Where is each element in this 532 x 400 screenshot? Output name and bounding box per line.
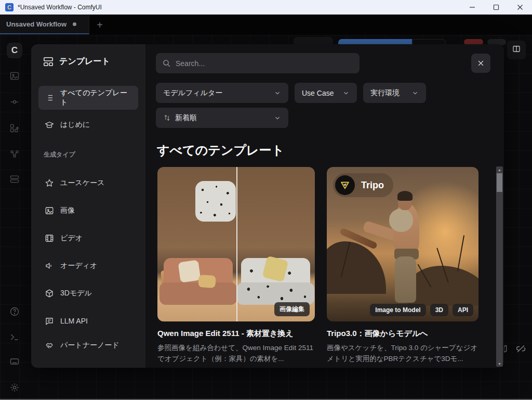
maximize-button[interactable] (484, 0, 508, 15)
sort-arrows-icon (163, 114, 171, 122)
template-sidebar-title: テンプレート (59, 56, 110, 67)
sidebar-item-use-cases[interactable]: ユースケース (38, 172, 138, 194)
template-sidebar-header: テンプレート (43, 56, 110, 67)
category-badge: API (453, 304, 473, 316)
template-thumbnail: 画像編集 (157, 167, 315, 321)
sidebar-item-llm-api[interactable]: LLM API (38, 310, 138, 332)
tripo-logo: Tripo (333, 173, 393, 197)
minimize-button[interactable] (460, 0, 484, 15)
left-sidebar-rail: C (0, 35, 29, 400)
image-icon (45, 206, 54, 215)
use-case-label: Use Case (302, 89, 334, 97)
sidebar-item-label: ビデオ (60, 234, 83, 243)
sidebar-item-all-templates[interactable]: すべてのテンプレート (38, 86, 138, 110)
settings-gear-icon[interactable] (9, 382, 20, 393)
template-card-qwen[interactable]: 画像編集 Qwen Image Edit 2511 - 素材置き換え 参照画像を… (157, 167, 315, 365)
sofa-scene-image (157, 167, 315, 321)
template-title: Qwen Image Edit 2511 - 素材置き換え (157, 329, 315, 339)
use-case-dropdown[interactable]: Use Case (295, 83, 357, 103)
toggle-links-icon[interactable] (516, 344, 526, 356)
template-description: 参照画像を組み合わせて、Qwen Image Edit 2511 でオブジェクト… (157, 343, 315, 365)
handshake-icon (45, 341, 54, 350)
comfyui-logo[interactable]: C (7, 43, 22, 58)
template-description: 画像やスケッチを、Tripo 3.0 のシャープなジオメトリと実用的なPBRテク… (327, 343, 478, 365)
workflow-tab-label: Unsaved Workflow (6, 20, 66, 28)
runtime-dropdown[interactable]: 実行環境 (363, 83, 426, 103)
comfyui-window: C *Unsaved Workflow - ComfyUI Unsaved Wo… (0, 0, 532, 400)
close-icon (477, 59, 485, 67)
sidebar-item-label: すべてのテンプレート (60, 88, 132, 107)
node-library-icon[interactable] (9, 122, 20, 134)
material-swatch (195, 181, 236, 222)
sidebar-item-partner-nodes[interactable]: パートナーノード (38, 334, 138, 356)
workflow-tab-active[interactable]: Unsaved Workflow (0, 15, 89, 34)
chevron-down-icon (274, 89, 281, 97)
sidebar-item-label: はじめに (60, 120, 90, 130)
category-badge: 3D (430, 304, 448, 316)
panel-toggle-button[interactable] (507, 41, 526, 59)
close-dialog-button[interactable] (471, 54, 490, 73)
tripo-logo-text: Tripo (361, 180, 384, 191)
sidebar-item-label: オーディオ (60, 261, 97, 270)
panel-toggle-icon (512, 44, 521, 56)
scroll-up-arrow[interactable]: ▲ (496, 166, 503, 173)
sidebar-item-label: 3Dモデル (60, 289, 92, 298)
terminal-icon[interactable] (9, 331, 20, 343)
sidebar-item-label: 画像 (60, 206, 75, 215)
templates-icon[interactable] (9, 173, 20, 185)
sidebar-item-label: パートナーノード (60, 341, 119, 350)
film-icon (45, 234, 54, 243)
template-sidebar: テンプレート すべてのテンプレート はじめに 生成タイプ ユースケース 画像 (31, 44, 145, 368)
speaker-icon (45, 261, 54, 270)
window-title: *Unsaved Workflow - ComfyUI (18, 4, 102, 11)
templates-scrollbar[interactable]: ▲ ▼ (496, 166, 503, 367)
workflow-tabbar: Unsaved Workflow + (0, 15, 532, 35)
star-icon (45, 178, 54, 188)
sidebar-item-label: LLM API (60, 317, 88, 325)
search-icon (162, 59, 171, 68)
category-badge: Image to Model (370, 304, 425, 316)
assets-icon[interactable] (9, 70, 20, 82)
workflows-icon[interactable] (9, 148, 20, 160)
tripo-logo-icon (335, 175, 355, 195)
help-icon[interactable] (9, 306, 20, 317)
scrollbar-thumb[interactable] (497, 173, 502, 192)
sidebar-item-video[interactable]: ビデオ (38, 227, 138, 249)
sidebar-section-label: 生成タイプ (44, 150, 75, 159)
graduation-cap-icon (45, 120, 54, 130)
cube-icon (45, 289, 54, 298)
close-window-button[interactable] (508, 0, 532, 15)
sidebar-item-audio[interactable]: オーディオ (38, 255, 138, 277)
chevron-down-icon (411, 89, 419, 97)
model-filter-dropdown[interactable]: モデルフィルター (156, 83, 288, 103)
comfyui-app-icon: C (5, 3, 14, 11)
sort-dropdown[interactable]: 新着順 (156, 108, 288, 128)
search-input[interactable] (176, 59, 353, 68)
template-card-tripo[interactable]: Tripo Image to Model 3D API Tripo3.0：画像か… (327, 167, 478, 365)
templates-section-heading: すべてのテンプレート (157, 142, 284, 159)
sidebar-item-getting-started[interactable]: はじめに (38, 114, 138, 136)
template-search[interactable] (156, 53, 360, 73)
template-dialog: テンプレート すべてのテンプレート はじめに 生成タイプ ユースケース 画像 (31, 44, 504, 368)
runtime-label: 実行環境 (370, 88, 400, 98)
sort-label: 新着順 (175, 113, 197, 123)
model-filter-label: モデルフィルター (163, 88, 222, 98)
keyboard-shortcuts-icon[interactable] (9, 356, 20, 367)
chevron-down-icon (274, 114, 281, 122)
node-link-icon[interactable] (9, 96, 20, 108)
new-workflow-button[interactable]: + (94, 19, 106, 31)
template-title: Tripo3.0：画像からモデルへ (327, 329, 478, 339)
titlebar: C *Unsaved Workflow - ComfyUI (0, 0, 532, 15)
unsaved-indicator-icon (73, 22, 76, 26)
sidebar-item-3d-model[interactable]: 3Dモデル (38, 282, 138, 304)
sidebar-item-label: ユースケース (60, 178, 104, 188)
category-badge: 画像編集 (274, 302, 310, 316)
chat-icon (45, 316, 54, 326)
scroll-down-arrow[interactable]: ▼ (496, 360, 503, 367)
template-thumbnail: Tripo Image to Model 3D API (327, 167, 478, 321)
sidebar-item-image[interactable]: 画像 (38, 200, 138, 222)
list-icon (45, 93, 54, 102)
chevron-down-icon (342, 89, 350, 97)
templates-header-icon (43, 56, 54, 67)
